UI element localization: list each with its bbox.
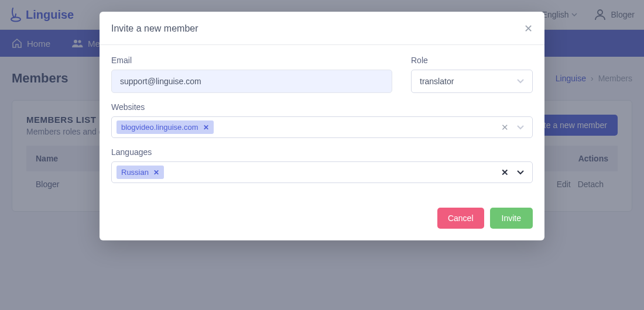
invite-button[interactable]: Invite: [490, 208, 533, 229]
role-select[interactable]: translator: [411, 70, 533, 93]
languages-select[interactable]: Russian ✕ ✕: [111, 161, 533, 183]
tag-remove-icon[interactable]: ✕: [153, 168, 159, 177]
close-icon[interactable]: ✕: [524, 22, 533, 35]
email-label: Email: [111, 56, 392, 65]
websites-label: Websites: [111, 102, 533, 112]
websites-select[interactable]: blogvideo.linguise.com ✕ ✕: [111, 116, 533, 138]
role-value: translator: [420, 77, 454, 86]
invite-modal: Invite a new member ✕ Email Role transla…: [100, 12, 544, 240]
language-tag-label: Russian: [121, 168, 149, 177]
clear-icon[interactable]: ✕: [501, 122, 509, 133]
chevron-down-icon: [517, 79, 524, 84]
website-tag-label: blogvideo.linguise.com: [121, 123, 198, 132]
chevron-down-icon[interactable]: [517, 125, 524, 130]
chevron-down-icon[interactable]: [517, 170, 524, 175]
role-label: Role: [411, 56, 533, 65]
modal-title: Invite a new member: [111, 23, 198, 34]
tag-remove-icon[interactable]: ✕: [203, 123, 209, 132]
modal-overlay[interactable]: Invite a new member ✕ Email Role transla…: [0, 0, 644, 310]
cancel-button[interactable]: Cancel: [437, 208, 484, 229]
website-tag: blogvideo.linguise.com ✕: [117, 120, 214, 134]
email-field[interactable]: [111, 70, 392, 93]
language-tag: Russian ✕: [117, 166, 164, 179]
languages-label: Languages: [111, 147, 533, 157]
clear-icon[interactable]: ✕: [501, 167, 509, 178]
